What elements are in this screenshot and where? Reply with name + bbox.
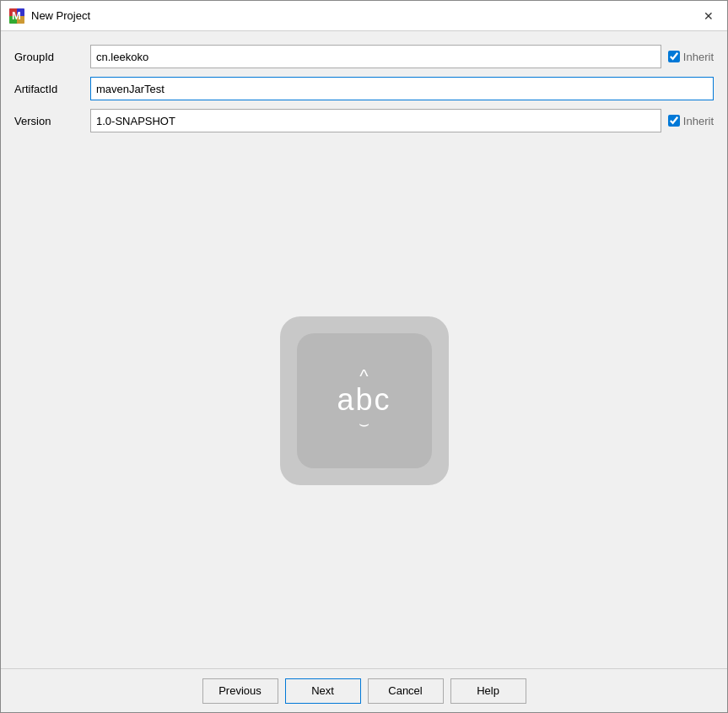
version-inherit-checkbox[interactable] bbox=[668, 115, 680, 127]
abc-icon: ^ abc ⌣ bbox=[297, 333, 432, 468]
group-id-row: GroupId Inherit bbox=[14, 45, 714, 68]
new-project-dialog: M New Project ✕ GroupId Inherit Artifact… bbox=[0, 0, 728, 713]
maven-icon: M bbox=[9, 8, 24, 24]
version-inherit-label: Inherit bbox=[683, 115, 714, 127]
abc-icon-container: ^ abc ⌣ bbox=[280, 316, 449, 485]
group-id-inherit-area: Inherit bbox=[668, 51, 714, 63]
close-button[interactable]: ✕ bbox=[697, 4, 720, 28]
cancel-button[interactable]: Cancel bbox=[368, 678, 444, 704]
artifact-id-label: ArtifactId bbox=[14, 83, 90, 95]
group-id-inherit-label: Inherit bbox=[683, 51, 714, 63]
dialog-title: New Project bbox=[31, 9, 90, 22]
content-area: GroupId Inherit ArtifactId Version Inher… bbox=[1, 31, 727, 668]
button-bar: Previous Next Cancel Help bbox=[1, 668, 727, 712]
abc-text: abc bbox=[337, 382, 391, 418]
group-id-label: GroupId bbox=[14, 51, 90, 63]
previous-button[interactable]: Previous bbox=[202, 678, 278, 704]
title-bar-left: M New Project bbox=[9, 8, 90, 24]
group-id-inherit-checkbox[interactable] bbox=[668, 51, 680, 62]
svg-text:M: M bbox=[12, 9, 21, 22]
artifact-id-input[interactable] bbox=[90, 77, 714, 100]
version-input[interactable] bbox=[90, 109, 661, 132]
version-label: Version bbox=[14, 115, 90, 127]
abc-smile: ⌣ bbox=[359, 414, 369, 434]
artifact-id-row: ArtifactId bbox=[14, 77, 714, 100]
group-id-input[interactable] bbox=[90, 45, 661, 68]
title-bar: M New Project ✕ bbox=[1, 1, 727, 31]
version-row: Version Inherit bbox=[14, 109, 714, 132]
next-button[interactable]: Next bbox=[285, 678, 361, 704]
version-inherit-area: Inherit bbox=[668, 115, 714, 127]
middle-area: ^ abc ⌣ bbox=[14, 141, 714, 660]
help-button[interactable]: Help bbox=[450, 678, 526, 704]
